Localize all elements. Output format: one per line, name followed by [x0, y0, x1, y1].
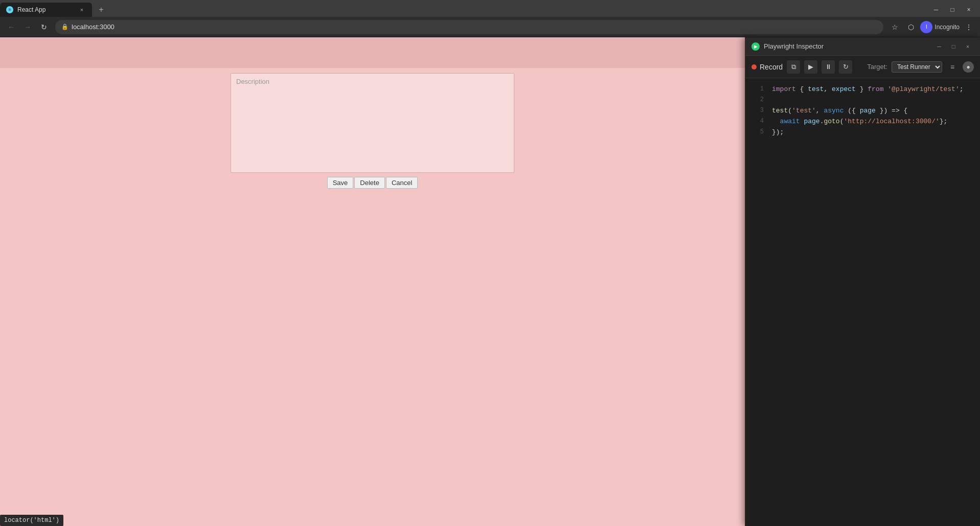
- playwright-favicon: ▶: [751, 42, 760, 51]
- code-token: };: [940, 118, 948, 125]
- tab-close-button[interactable]: ×: [78, 6, 86, 14]
- delete-button[interactable]: Delete: [354, 177, 385, 189]
- panel-title: Playwright Inspector: [764, 42, 929, 50]
- panel-toolbar: Record ⧉ ▶ ⏸ ↻ Target: Test Runner ≡ ●: [745, 56, 980, 78]
- address-bar[interactable]: 🔒 localhost:3000: [55, 20, 883, 34]
- line-number: 5: [751, 127, 764, 138]
- security-lock-icon: 🔒: [61, 24, 69, 30]
- code-token: test: [772, 107, 788, 115]
- action-buttons: Save Delete Cancel: [327, 177, 418, 189]
- code-token: test: [808, 85, 824, 93]
- address-text: localhost:3000: [72, 23, 115, 31]
- browser-tab[interactable]: ⚛ React App ×: [0, 3, 92, 17]
- app-content: Save Delete Cancel: [0, 37, 745, 526]
- cancel-button[interactable]: Cancel: [386, 177, 418, 189]
- close-button[interactable]: ×: [962, 5, 976, 15]
- record-button[interactable]: Record: [751, 63, 783, 71]
- code-token: ;: [960, 85, 964, 93]
- panel-window-controls: ─ □ ×: [933, 41, 974, 52]
- code-token: page: [804, 118, 819, 125]
- target-select[interactable]: Test Runner: [892, 61, 942, 73]
- target-label: Target:: [867, 63, 887, 71]
- navigation-toolbar: ← → ↻ 🔒 localhost:3000 ☆ ⬡ I Incognito ⋮: [0, 17, 980, 37]
- code-line: 4 await page.goto('http://localhost:3000…: [745, 117, 980, 127]
- main-content: Save Delete Cancel locator('html') ▶ Pla…: [0, 37, 980, 526]
- panel-titlebar: ▶ Playwright Inspector ─ □ ×: [745, 37, 980, 56]
- code-token: ,: [816, 107, 824, 115]
- save-button[interactable]: Save: [327, 177, 354, 189]
- code-token: import: [772, 85, 796, 93]
- panel-maximize-button[interactable]: □: [947, 41, 960, 52]
- code-token: await: [780, 118, 800, 125]
- tab-title: React App: [17, 6, 74, 13]
- code-token: 'test': [792, 107, 816, 115]
- menu-button[interactable]: ⋮: [962, 20, 976, 34]
- playwright-inspector-panel: ▶ Playwright Inspector ─ □ × Record ⧉ ▶ …: [745, 37, 980, 526]
- code-token: ,: [824, 85, 832, 93]
- line-content: test('test', async ({ page }) => {: [772, 106, 907, 117]
- incognito-label: Incognito: [935, 24, 960, 31]
- code-token: }) => {: [876, 107, 907, 115]
- code-token: ({: [844, 107, 859, 115]
- line-number: 4: [751, 117, 764, 127]
- panel-minimize-button[interactable]: ─: [933, 41, 945, 52]
- list-button[interactable]: ≡: [946, 61, 959, 73]
- code-line: 2: [745, 95, 980, 106]
- code-token: from: [868, 85, 883, 93]
- browser-viewport: Save Delete Cancel locator('html'): [0, 37, 745, 526]
- reload-button[interactable]: ↻: [37, 20, 51, 34]
- code-token: {: [796, 85, 808, 93]
- minimize-button[interactable]: ─: [929, 5, 943, 15]
- pause-button[interactable]: ⏸: [822, 60, 835, 74]
- record-label: Record: [760, 63, 783, 71]
- code-token: page: [860, 107, 876, 115]
- forward-button[interactable]: →: [20, 20, 35, 34]
- bookmark-button[interactable]: ☆: [887, 20, 902, 34]
- back-button[interactable]: ←: [4, 20, 18, 34]
- code-token: (: [788, 107, 792, 115]
- line-number: 2: [751, 95, 764, 106]
- code-token: '@playwright/test': [887, 85, 959, 93]
- app-top-bar: [0, 37, 745, 68]
- profile-button[interactable]: I: [920, 21, 932, 33]
- code-token: 'http://localhost:3000/': [844, 118, 940, 125]
- code-token: });: [772, 128, 784, 136]
- code-editor[interactable]: 1import { test, expect } from '@playwrig…: [745, 78, 980, 526]
- code-token: }: [856, 85, 868, 93]
- code-token: async: [824, 107, 844, 115]
- code-token: goto: [824, 118, 839, 125]
- maximize-button[interactable]: □: [945, 5, 960, 15]
- line-number: 1: [751, 84, 764, 95]
- code-token: (: [840, 118, 844, 125]
- code-line: 1import { test, expect } from '@playwrig…: [745, 84, 980, 95]
- code-line: 3test('test', async ({ page }) => {: [745, 106, 980, 117]
- toolbar-right: ☆ ⬡ I Incognito ⋮: [887, 20, 976, 34]
- locator-tooltip: locator('html'): [0, 515, 63, 526]
- line-content: await page.goto('http://localhost:3000/'…: [772, 117, 947, 127]
- play-button[interactable]: ▶: [804, 60, 817, 74]
- tab-bar: ⚛ React App × + ─ □ ×: [0, 0, 980, 17]
- browser-chrome: ⚛ React App × + ─ □ × ← → ↻ 🔒 localhost:…: [0, 0, 980, 37]
- profile-icon: I: [926, 24, 927, 30]
- line-content: import { test, expect } from '@playwrigh…: [772, 84, 964, 95]
- panel-close-button[interactable]: ×: [962, 41, 974, 52]
- refresh-button[interactable]: ↻: [839, 60, 852, 74]
- line-number: 3: [751, 106, 764, 117]
- extensions-button[interactable]: ⬡: [904, 20, 918, 34]
- copy-button[interactable]: ⧉: [787, 60, 800, 74]
- code-token: expect: [832, 85, 856, 93]
- new-tab-button[interactable]: +: [94, 3, 108, 17]
- line-content: });: [772, 127, 784, 138]
- code-token: [772, 118, 780, 125]
- code-line: 5});: [745, 127, 980, 138]
- description-textarea[interactable]: [231, 73, 514, 173]
- tab-favicon: ⚛: [6, 6, 13, 13]
- record-dot-icon: [751, 64, 757, 70]
- window-controls: ─ □ ×: [929, 5, 980, 17]
- theme-button[interactable]: ●: [963, 61, 974, 73]
